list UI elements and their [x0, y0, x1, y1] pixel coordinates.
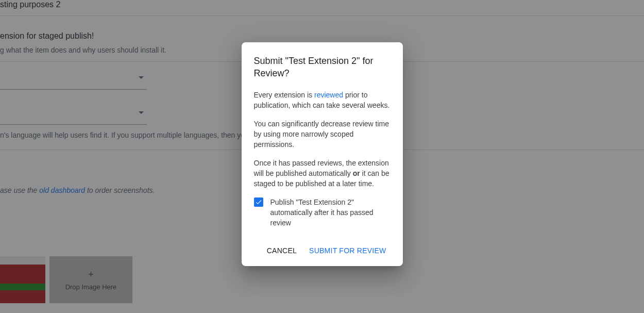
check-icon [255, 199, 262, 206]
para3-bold: or [353, 169, 360, 177]
dialog-actions: Cancel Submit for Review [254, 242, 391, 259]
auto-publish-label: Publish "Test Extension 2" automatically… [270, 197, 391, 228]
para1-prefix: Every extension is [254, 91, 315, 99]
auto-publish-checkbox[interactable] [254, 197, 263, 207]
dialog-paragraph-publish: Once it has passed reviews, the extensio… [254, 158, 391, 189]
submit-review-dialog: Submit "Test Extension 2" for Review? Ev… [242, 42, 403, 266]
submit-for-review-button[interactable]: Submit for Review [305, 242, 390, 259]
modal-overlay[interactable]: Submit "Test Extension 2" for Review? Ev… [0, 0, 644, 313]
auto-publish-option[interactable]: Publish "Test Extension 2" automatically… [254, 197, 391, 228]
reviewed-link[interactable]: reviewed [314, 91, 343, 99]
cancel-button[interactable]: Cancel [263, 242, 301, 259]
dialog-paragraph-review: Every extension is reviewed prior to pub… [254, 90, 391, 110]
dialog-title: Submit "Test Extension 2" for Review? [254, 55, 391, 79]
dialog-paragraph-permissions: You can significantly decrease review ti… [254, 119, 391, 150]
